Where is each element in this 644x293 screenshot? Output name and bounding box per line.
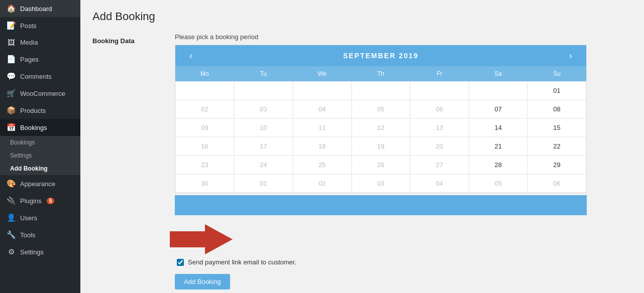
- sidebar-sub-settings-sub[interactable]: Settings: [0, 149, 80, 162]
- bookings-icon: 📅: [6, 123, 16, 132]
- calendar-cell[interactable]: 03: [352, 174, 410, 193]
- calendar-cell[interactable]: 07: [469, 100, 527, 118]
- calendar-cell[interactable]: 04: [293, 100, 352, 118]
- calendar-cell[interactable]: 13: [410, 118, 469, 137]
- calendar-cell[interactable]: 29: [527, 156, 586, 174]
- sidebar-label-tools: Tools: [20, 231, 35, 239]
- woocommerce-icon: 🛒: [6, 89, 16, 98]
- calendar-cell[interactable]: 20: [410, 137, 469, 156]
- calendar-cell[interactable]: 23: [175, 156, 234, 174]
- calendar-cell[interactable]: 02: [293, 174, 352, 193]
- calendar-cell[interactable]: 18: [293, 137, 352, 156]
- sidebar-label-products: Products: [20, 107, 46, 114]
- appearance-icon: 🎨: [6, 179, 16, 188]
- sidebar-item-pages[interactable]: 📄Pages: [0, 51, 80, 68]
- calendar-cell[interactable]: 05: [469, 174, 527, 193]
- settings-icon: ⚙: [6, 247, 16, 256]
- calendar-cell[interactable]: 19: [352, 137, 410, 156]
- content-area: Booking Data Please pick a booking perio…: [92, 33, 632, 289]
- dashboard-icon: 🏠: [6, 4, 16, 13]
- sidebar-item-dashboard[interactable]: 🏠Dashboard: [0, 0, 80, 17]
- sidebar-item-settings[interactable]: ⚙Settings: [0, 243, 80, 260]
- calendar-cell[interactable]: 25: [293, 156, 352, 174]
- calendar-cell[interactable]: 10: [234, 118, 293, 137]
- day-header-mo: Mo: [175, 66, 234, 81]
- calendar-cell[interactable]: 05: [352, 100, 410, 118]
- sidebar-item-plugins[interactable]: 🔌Plugins5: [0, 192, 80, 209]
- sidebar-item-comments[interactable]: 💬Comments: [0, 68, 80, 85]
- calendar-cell[interactable]: 06: [410, 100, 469, 118]
- calendar-cell[interactable]: 04: [410, 174, 469, 193]
- sidebar-sub-add-booking[interactable]: Add Booking: [0, 162, 80, 175]
- add-booking-button[interactable]: Add Booking: [175, 274, 230, 289]
- next-month-button[interactable]: ›: [565, 51, 576, 60]
- calendar-cell[interactable]: 22: [527, 137, 586, 156]
- sidebar-item-users[interactable]: 👤Users: [0, 209, 80, 226]
- day-header-su: Su: [527, 66, 586, 81]
- bookings-submenu: BookingsSettingsAdd Booking: [0, 136, 80, 175]
- calendar-cell: [175, 81, 234, 100]
- calendar-cell[interactable]: 24: [234, 156, 293, 174]
- send-email-label: Send payment link email to customer.: [188, 258, 296, 266]
- calendar-cell[interactable]: 02: [175, 100, 234, 118]
- sidebar-item-bookings[interactable]: 📅Bookings: [0, 119, 80, 136]
- calendar-cell[interactable]: 08: [527, 100, 586, 118]
- calendar-cell: [410, 81, 469, 100]
- booking-prompt: Please pick a booking period: [175, 33, 632, 41]
- booking-form: Please pick a booking period ‹ SEPTEMBER…: [175, 33, 632, 289]
- calendar-cell[interactable]: 16: [175, 137, 234, 156]
- send-email-row: Send payment link email to customer.: [175, 258, 632, 266]
- calendar-cell[interactable]: 17: [234, 137, 293, 156]
- sidebar-sub-bookings-list[interactable]: Bookings: [0, 136, 80, 149]
- calendar-cell[interactable]: 27: [410, 156, 469, 174]
- sidebar-label-appearance: Appearance: [20, 180, 55, 188]
- comments-icon: 💬: [6, 72, 16, 81]
- calendar-cell: [469, 81, 527, 100]
- prev-month-button[interactable]: ‹: [185, 51, 196, 60]
- day-header-we: We: [293, 66, 352, 81]
- sidebar: 🏠Dashboard📝Posts🖼Media📄Pages💬Comments🛒Wo…: [0, 0, 80, 293]
- sidebar-label-users: Users: [20, 214, 37, 222]
- calendar-cell[interactable]: 06: [527, 174, 586, 193]
- sidebar-label-media: Media: [20, 39, 38, 46]
- calendar-cell[interactable]: 26: [352, 156, 410, 174]
- calendar-cell[interactable]: 21: [469, 137, 527, 156]
- sidebar-item-tools[interactable]: 🔧Tools: [0, 226, 80, 243]
- arrow-annotation: [175, 224, 632, 254]
- sidebar-label-settings: Settings: [20, 248, 44, 256]
- calendar-cell[interactable]: 30: [175, 174, 234, 193]
- day-header-th: Th: [352, 66, 410, 81]
- products-icon: 📦: [6, 106, 16, 115]
- calendar-cell[interactable]: 12: [352, 118, 410, 137]
- sidebar-label-pages: Pages: [20, 56, 39, 63]
- plugins-badge: 5: [47, 198, 55, 204]
- calendar-body[interactable]: 0102030405060708091011121314151617181920…: [175, 81, 586, 193]
- pages-icon: 📄: [6, 55, 16, 64]
- sidebar-item-products[interactable]: 📦Products: [0, 102, 80, 119]
- sidebar-item-appearance[interactable]: 🎨Appearance: [0, 175, 80, 192]
- calendar-cell[interactable]: 01: [234, 174, 293, 193]
- calendar-cell[interactable]: 11: [293, 118, 352, 137]
- page-title: Add Booking: [92, 10, 632, 23]
- posts-icon: 📝: [6, 21, 16, 30]
- calendar-cell[interactable]: 28: [469, 156, 527, 174]
- users-icon: 👤: [6, 213, 16, 222]
- sidebar-item-media[interactable]: 🖼Media: [0, 34, 80, 51]
- section-label: Booking Data: [92, 33, 163, 289]
- sidebar-item-posts[interactable]: 📝Posts: [0, 17, 80, 34]
- month-year-label: SEPTEMBER 2019: [343, 52, 418, 60]
- calendar-cell[interactable]: 14: [469, 118, 527, 137]
- main-content: Add Booking Booking Data Please pick a b…: [80, 0, 644, 293]
- send-email-checkbox[interactable]: [177, 259, 184, 266]
- calendar-cell[interactable]: 03: [234, 100, 293, 118]
- calendar-cell[interactable]: 01: [527, 81, 586, 100]
- calendar-cell[interactable]: 15: [527, 118, 586, 137]
- sidebar-label-posts: Posts: [20, 22, 37, 30]
- calendar-cell[interactable]: 09: [175, 118, 234, 137]
- calendar-footer-bar: [175, 195, 587, 215]
- calendar-days-header: MoTuWeThFrSaSu: [175, 66, 586, 81]
- sidebar-item-woocommerce[interactable]: 🛒WooCommerce: [0, 85, 80, 102]
- tools-icon: 🔧: [6, 230, 16, 239]
- calendar-cell: [234, 81, 293, 100]
- sidebar-label-dashboard: Dashboard: [20, 5, 52, 13]
